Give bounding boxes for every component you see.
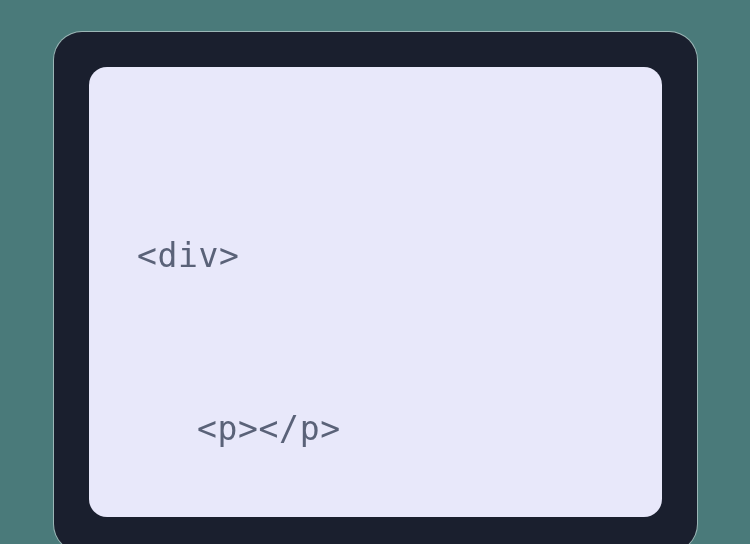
- code-panel: <div> <p></p> <form> </form> </div>: [89, 67, 662, 517]
- code-line: <p></p>: [137, 400, 622, 458]
- code-block: <div> <p></p> <form> </form> </div>: [137, 111, 622, 544]
- code-window-frame: <div> <p></p> <form> </form> </div>: [54, 32, 697, 544]
- code-line: <div>: [137, 227, 622, 285]
